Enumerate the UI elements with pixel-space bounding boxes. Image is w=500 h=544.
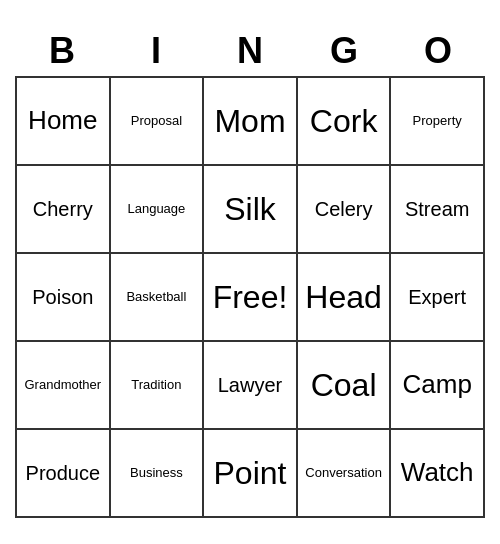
- cell-text: Coal: [311, 366, 377, 404]
- cell-text: Produce: [26, 461, 101, 485]
- bingo-cell: Head: [298, 254, 392, 342]
- bingo-cell: Grandmother: [17, 342, 111, 430]
- bingo-cell: Stream: [391, 166, 485, 254]
- bingo-cell: Produce: [17, 430, 111, 518]
- header-letter: G: [297, 26, 391, 76]
- bingo-cell: Poison: [17, 254, 111, 342]
- bingo-cell: Free!: [204, 254, 298, 342]
- bingo-cell: Proposal: [111, 78, 205, 166]
- cell-text: Free!: [213, 278, 288, 316]
- cell-text: Point: [214, 454, 287, 492]
- bingo-cell: Watch: [391, 430, 485, 518]
- bingo-card: BINGO HomeProposalMomCorkPropertyCherryL…: [15, 26, 485, 518]
- bingo-cell: Conversation: [298, 430, 392, 518]
- cell-text: Silk: [224, 190, 276, 228]
- header-letter: N: [203, 26, 297, 76]
- bingo-cell: Celery: [298, 166, 392, 254]
- cell-text: Poison: [32, 285, 93, 309]
- cell-text: Watch: [401, 457, 474, 488]
- header-letter: O: [391, 26, 485, 76]
- cell-text: Tradition: [131, 377, 181, 393]
- bingo-cell: Expert: [391, 254, 485, 342]
- cell-text: Proposal: [131, 113, 182, 129]
- bingo-cell: Cherry: [17, 166, 111, 254]
- cell-text: Celery: [315, 197, 373, 221]
- cell-text: Camp: [403, 369, 472, 400]
- bingo-cell: Basketball: [111, 254, 205, 342]
- bingo-cell: Coal: [298, 342, 392, 430]
- cell-text: Head: [305, 278, 382, 316]
- bingo-cell: Lawyer: [204, 342, 298, 430]
- cell-text: Expert: [408, 285, 466, 309]
- cell-text: Business: [130, 465, 183, 481]
- cell-text: Property: [413, 113, 462, 129]
- cell-text: Cherry: [33, 197, 93, 221]
- cell-text: Lawyer: [218, 373, 282, 397]
- bingo-cell: Tradition: [111, 342, 205, 430]
- bingo-header: BINGO: [15, 26, 485, 76]
- cell-text: Basketball: [126, 289, 186, 305]
- cell-text: Language: [127, 201, 185, 217]
- cell-text: Home: [28, 105, 97, 136]
- bingo-cell: Camp: [391, 342, 485, 430]
- bingo-cell: Language: [111, 166, 205, 254]
- bingo-cell: Cork: [298, 78, 392, 166]
- bingo-cell: Property: [391, 78, 485, 166]
- header-letter: B: [15, 26, 109, 76]
- bingo-cell: Point: [204, 430, 298, 518]
- cell-text: Mom: [214, 102, 285, 140]
- cell-text: Conversation: [305, 465, 382, 481]
- bingo-cell: Business: [111, 430, 205, 518]
- cell-text: Grandmother: [25, 377, 102, 393]
- bingo-cell: Silk: [204, 166, 298, 254]
- bingo-cell: Home: [17, 78, 111, 166]
- bingo-grid: HomeProposalMomCorkPropertyCherryLanguag…: [15, 76, 485, 518]
- cell-text: Cork: [310, 102, 378, 140]
- cell-text: Stream: [405, 197, 469, 221]
- header-letter: I: [109, 26, 203, 76]
- bingo-cell: Mom: [204, 78, 298, 166]
